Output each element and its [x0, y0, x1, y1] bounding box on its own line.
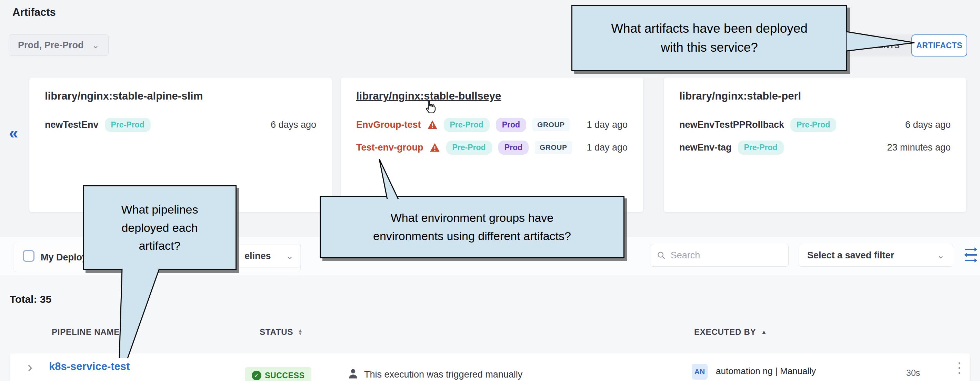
environment-name: newEnvTestPPRollback: [679, 119, 784, 130]
preprod-badge: Pre-Prod: [446, 141, 492, 155]
filter-settings-icon[interactable]: [963, 244, 978, 265]
environment-group-link[interactable]: EnvGroup-test: [356, 119, 421, 130]
carousel-previous-icon[interactable]: «: [9, 123, 18, 142]
person-icon: [347, 367, 359, 380]
row-expand-icon[interactable]: ›: [28, 359, 32, 376]
sort-icon: ▲▼: [124, 329, 129, 335]
deploy-time: 23 minutes ago: [887, 142, 951, 153]
row-menu-icon[interactable]: ⋮: [952, 360, 967, 376]
environment-group-link[interactable]: Test-env-group: [356, 142, 423, 153]
annotation-env-groups-question: What environment groups have environment…: [320, 196, 624, 258]
column-header-executed-by[interactable]: EXECUTED BY ▲: [694, 327, 767, 337]
tab-artifacts[interactable]: ARTIFACTS: [912, 35, 967, 57]
deploy-time: 1 day ago: [587, 142, 628, 153]
sort-icon: ▲▼: [298, 329, 303, 335]
deploy-time: 6 days ago: [271, 119, 316, 130]
artifact-title[interactable]: library/nginx:stable-alpine-slim: [45, 90, 203, 102]
annotation-artifacts-question: What artifacts have been deployed with t…: [571, 5, 847, 71]
saved-filter-dropdown[interactable]: Select a saved filter ⌄: [799, 244, 953, 267]
environment-row: newEnv-tag Pre-Prod 23 minutes ago: [679, 138, 951, 157]
status-label: SUCCESS: [265, 371, 304, 380]
group-badge: GROUP: [535, 141, 572, 154]
page-title: Artifacts: [13, 6, 56, 19]
chevron-down-icon: ⌄: [937, 250, 945, 261]
executor-name: automation ng | Manually: [716, 366, 816, 376]
executor-avatar: AN: [692, 364, 708, 379]
column-header-status[interactable]: STATUS ▲▼: [260, 327, 303, 337]
annotation-pipelines-question: What pipelines deployed each artifact?: [83, 185, 237, 270]
chevron-down-icon: ⌄: [92, 40, 99, 51]
hand-cursor-icon: [423, 99, 439, 115]
environment-group-row: EnvGroup-test Pre-Prod Prod GROUP 1 day …: [356, 115, 628, 134]
warning-icon: [430, 143, 440, 152]
search-input[interactable]: [671, 250, 782, 261]
deploy-time: 1 day ago: [587, 119, 628, 130]
group-badge: GROUP: [532, 118, 570, 131]
search-box: [650, 244, 789, 267]
status-badge: ✓ SUCCESS: [245, 367, 311, 381]
artifact-card-stable-perl: library/nginx:stable-perl newEnvTestPPRo…: [664, 78, 966, 212]
prod-badge: Prod: [496, 118, 526, 132]
environment-type-filter-dropdown[interactable]: Prod, Pre-Prod ⌄: [9, 35, 109, 56]
preprod-badge: Pre-Prod: [444, 118, 490, 132]
total-count: Total: 35: [10, 294, 51, 305]
prod-badge: Prod: [498, 141, 529, 155]
column-header-pipeline-name[interactable]: PIPELINE NAME ▲▼: [52, 327, 129, 337]
trigger-description: This execution was triggered manually: [364, 369, 522, 380]
pipelines-filter-dropdown[interactable]: elines ⌄: [237, 244, 301, 267]
deploy-time: 6 days ago: [905, 119, 951, 130]
environment-name: newTestEnv: [45, 119, 99, 130]
preprod-badge: Pre-Prod: [738, 141, 784, 155]
artifact-title[interactable]: library/nginx:stable-perl: [679, 90, 801, 102]
success-check-icon: ✓: [252, 371, 261, 380]
pipeline-name-link[interactable]: k8s-service-test: [49, 360, 130, 373]
environment-row: newTestEnv Pre-Prod 6 days ago: [45, 115, 316, 134]
sort-ascending-icon: ▲: [761, 329, 768, 336]
warning-icon: [427, 120, 438, 130]
saved-filter-value: Select a saved filter: [807, 250, 894, 261]
environment-row: newEnvTestPPRollback Pre-Prod 6 days ago: [679, 115, 951, 134]
my-deployments-checkbox[interactable]: [23, 250, 35, 262]
artifact-card-stable-bullseye: library/nginx:stable-bullseye EnvGroup-t…: [341, 78, 643, 212]
environment-type-filter-value: Prod, Pre-Prod: [18, 40, 84, 51]
execution-duration: 30s: [906, 368, 920, 378]
preprod-badge: Pre-Prod: [790, 118, 836, 132]
environment-group-row: Test-env-group Pre-Prod Prod GROUP 1 day…: [356, 138, 628, 157]
chevron-down-icon: ⌄: [286, 251, 293, 262]
preprod-badge: Pre-Prod: [105, 118, 151, 132]
environment-name: newEnv-tag: [679, 142, 732, 153]
search-icon: [657, 250, 666, 260]
pipelines-filter-value: elines: [245, 251, 271, 262]
